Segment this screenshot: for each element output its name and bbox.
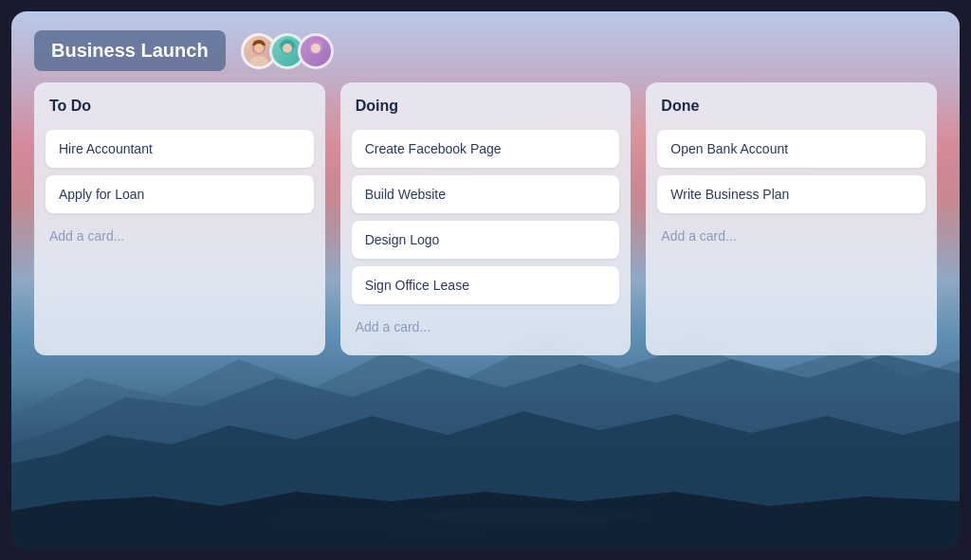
board-header: Business Launch: [11, 11, 960, 82]
add-card-todo[interactable]: Add a card...: [46, 221, 314, 251]
card-card-4[interactable]: Build Website: [352, 175, 620, 213]
column-header-doing: Doing: [352, 96, 620, 122]
column-doing: DoingCreate Facebook PageBuild WebsiteDe…: [340, 82, 632, 355]
card-card-8[interactable]: Write Business Plan: [657, 175, 925, 213]
svg-point-13: [311, 44, 321, 53]
avatar-3: [298, 33, 334, 69]
add-card-done[interactable]: Add a card...: [657, 221, 925, 251]
card-card-1[interactable]: Hire Accountant: [46, 130, 314, 168]
card-card-7[interactable]: Open Bank Account: [657, 130, 925, 168]
column-header-todo: To Do: [46, 96, 314, 122]
svg-point-11: [283, 44, 292, 53]
card-card-5[interactable]: Design Logo: [352, 221, 620, 259]
column-header-done: Done: [657, 96, 925, 122]
board-container: Business Launch: [11, 11, 960, 549]
card-card-6[interactable]: Sign Office Lease: [352, 266, 620, 304]
add-card-doing[interactable]: Add a card...: [352, 312, 620, 342]
column-todo: To DoHire AccountantApply for LoanAdd a …: [34, 82, 325, 355]
columns-container: To DoHire AccountantApply for LoanAdd a …: [11, 82, 960, 355]
svg-point-7: [249, 56, 268, 66]
svg-point-9: [254, 44, 264, 53]
column-done: DoneOpen Bank AccountWrite Business Plan…: [646, 82, 937, 355]
card-card-2[interactable]: Apply for Loan: [46, 175, 314, 213]
card-card-3[interactable]: Create Facebook Page: [352, 130, 620, 168]
board-title: Business Launch: [34, 30, 226, 71]
avatar-group: [241, 33, 334, 69]
